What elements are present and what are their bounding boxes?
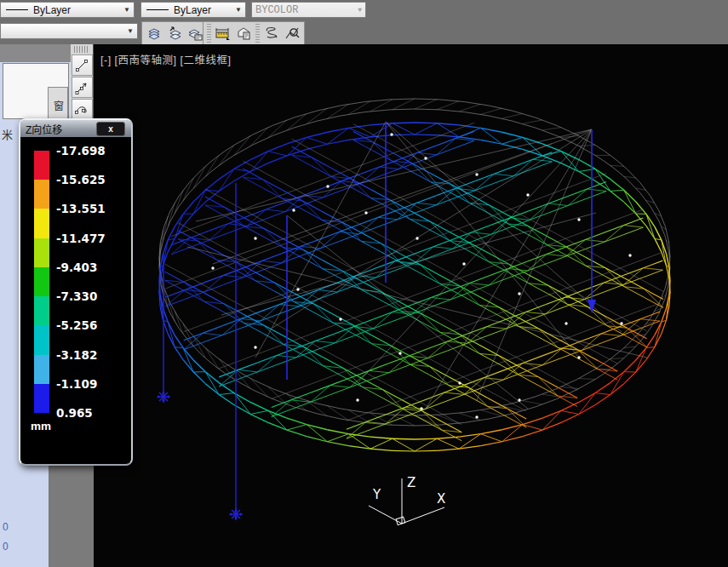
- toolbar-separator: [255, 24, 260, 43]
- lineweight-value: ByLayer: [174, 4, 211, 16]
- legend-color-segment: [34, 238, 49, 267]
- close-button[interactable]: x: [96, 122, 125, 136]
- measure-object-icon[interactable]: [233, 23, 254, 43]
- close-icon: x: [108, 125, 113, 134]
- ucs-axis-label: Y: [372, 487, 381, 502]
- palette-text: 米: [2, 126, 13, 142]
- legend-color-segment: [34, 355, 49, 384]
- plotstyle-combo[interactable]: BYCOLOR ▼: [251, 2, 366, 18]
- model-viewport-canvas[interactable]: ZYX: [94, 44, 728, 567]
- linetype-combo[interactable]: ByLayer ▼: [0, 2, 135, 18]
- layer-move-icon[interactable]: [164, 23, 185, 43]
- linetype-value: ByLayer: [33, 4, 71, 16]
- legend-color-segment: [34, 180, 49, 209]
- zoom-graph-icon[interactable]: [282, 23, 302, 43]
- script-scroll-icon[interactable]: [261, 23, 282, 43]
- legend-unit: mm: [31, 420, 51, 432]
- palette-value: 0: [3, 521, 9, 533]
- measure-icon-group: [203, 21, 305, 45]
- plotstyle-value: BYCOLOR: [255, 4, 298, 16]
- linetype-swatch: [6, 9, 28, 10]
- legend-value: -1.109: [56, 377, 97, 391]
- line-tool-button[interactable]: [72, 54, 93, 76]
- lineweight-swatch: [146, 9, 169, 10]
- displacement-legend-panel: Z向位移 x -17.698-15.625-13.551-11.477-9.40…: [19, 118, 133, 466]
- legend-title: Z向位移: [26, 122, 62, 136]
- lineweight-combo[interactable]: ByLayer ▼: [140, 2, 246, 18]
- legend-value: -7.330: [56, 289, 97, 303]
- toolbar-separator: [207, 24, 211, 43]
- legend-value: -15.625: [56, 173, 106, 186]
- legend-color-segment: [34, 384, 49, 413]
- cad-application-window: ByLayer ▼ ByLayer ▼ BYCOLOR ▼ ▼: [0, 0, 728, 567]
- legend-color-segment: [34, 151, 49, 180]
- legend-value: -5.256: [56, 318, 97, 332]
- top-toolbar: ByLayer ▼ ByLayer ▼ BYCOLOR ▼ ▼: [0, 0, 728, 45]
- chevron-down-icon[interactable]: ▼: [123, 27, 134, 35]
- legend-value: -11.477: [56, 232, 106, 245]
- ucs-axis-label: X: [437, 491, 445, 507]
- palette-value: 0: [3, 541, 9, 553]
- construction-line-tool-button[interactable]: [72, 77, 93, 98]
- arc-tool-button[interactable]: [72, 99, 93, 120]
- legend-color-segment: [34, 267, 49, 296]
- legend-value: -13.551: [56, 202, 106, 215]
- legend-value: -17.698: [56, 144, 106, 158]
- measure-ruler-icon[interactable]: [213, 23, 233, 43]
- legend-value: -3.182: [56, 348, 97, 362]
- toolbar-grip[interactable]: [74, 46, 89, 53]
- ucs-axis-label: Z: [407, 475, 416, 490]
- layer-properties-icon[interactable]: [144, 23, 164, 43]
- palette-header: [0, 44, 71, 62]
- legend-color-bar: [34, 151, 49, 413]
- legend-value: -9.403: [56, 261, 97, 274]
- chevron-down-icon[interactable]: ▼: [232, 6, 242, 14]
- layer-combo[interactable]: ▼: [0, 23, 138, 39]
- legend-value: 0.965: [56, 406, 93, 420]
- legend-color-segment: [34, 209, 49, 238]
- legend-color-segment: [34, 296, 49, 325]
- legend-color-segment: [34, 325, 49, 354]
- viewport-controls-label[interactable]: [-] [西南等轴测] [二维线框]: [100, 51, 231, 67]
- chevron-down-icon[interactable]: ▼: [120, 6, 130, 14]
- chevron-down-icon: ▼: [354, 6, 362, 14]
- palette-tab-label: 窗: [51, 100, 66, 111]
- layer-icon-group: [141, 21, 208, 45]
